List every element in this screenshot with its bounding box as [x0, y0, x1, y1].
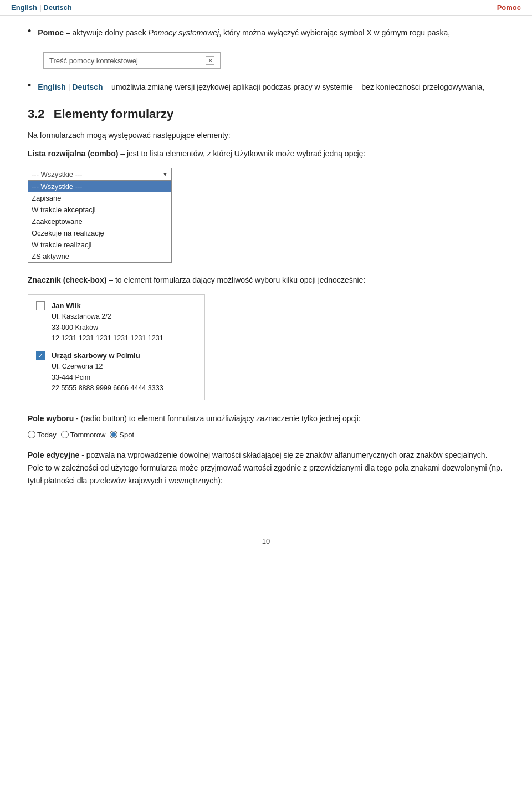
close-button[interactable]: ✕	[206, 56, 214, 65]
checkbox-phone-1: 22 5555 8888 9999 6666 4444 3333	[52, 383, 163, 394]
checkbox-term: Znacznik (check-box)	[28, 275, 106, 284]
pomoc-text2: , który można wyłączyć wybierając symbol…	[219, 28, 450, 37]
dropdown-item-6[interactable]: ZS aktywne	[28, 251, 171, 262]
edit-desc-text: - pozwala na wprowadzenie dowolnej warto…	[28, 451, 503, 485]
bullet-item-pomoc: • Pomoc – aktywuje dolny pasek Pomocy sy…	[28, 27, 504, 39]
checkbox-name-1: Urząd skarbowy w Pcimiu	[52, 350, 163, 361]
dropdown-item-3[interactable]: Zaakceptowane	[28, 216, 171, 227]
combo-term: Lista rozwijalna (combo)	[28, 149, 118, 158]
lang-desc: – umożliwia zmianę wersji językowej apli…	[105, 83, 484, 91]
edit-desc: Pole edycyjne - pozwala na wprowadzenie …	[28, 449, 504, 487]
lang-separator: |	[39, 3, 41, 12]
checkbox-addr2-0: 33-000 Kraków	[52, 323, 163, 333]
radio-item-0[interactable]: Today	[28, 431, 57, 439]
main-content: • Pomoc – aktywuje dolny pasek Pomocy sy…	[0, 16, 532, 515]
section-title: Elementy formularzy	[54, 107, 173, 121]
edit-term: Pole edycyjne	[28, 451, 79, 459]
checkbox-section: Jan Wilk Ul. Kasztanowa 2/2 33-000 Krakó…	[28, 294, 504, 401]
radio-label-2: Spot	[119, 431, 134, 439]
dropdown-arrow-icon: ▼	[162, 171, 168, 177]
intro-text: Na formularzach mogą występować następuj…	[28, 129, 504, 142]
checkbox-name-0: Jan Wilk	[52, 300, 163, 311]
dropdown-demo: --- Wszystkie --- ▼ --- Wszystkie --- Za…	[28, 168, 172, 263]
checkbox-row-1: ✓ Urząd skarbowy w Pcimiu Ul. Czerwona 1…	[36, 350, 197, 394]
radio-item-2[interactable]: Spot	[110, 431, 134, 439]
radio-circle-1	[61, 431, 69, 438]
dropdown-item-5[interactable]: W trakcie realizacji	[28, 239, 171, 251]
section-number: 3.2	[28, 107, 45, 121]
section-heading: 3.2 Elementy formularzy	[28, 107, 504, 121]
lang-english-link[interactable]: English	[11, 3, 37, 12]
radio-item-1[interactable]: Tommorow	[61, 431, 106, 439]
checkbox-desc-text: – to element formularza dający możliwość…	[106, 275, 365, 284]
radio-desc-text: - (radio button) to element formularza u…	[74, 414, 360, 423]
checkbox-addr2-1: 33-444 Pcim	[52, 372, 163, 383]
checkbox-info-1: Urząd skarbowy w Pcimiu Ul. Czerwona 12 …	[52, 350, 163, 394]
checkbox-card: Jan Wilk Ul. Kasztanowa 2/2 33-000 Krakó…	[28, 294, 205, 400]
dropdown-header[interactable]: --- Wszystkie --- ▼	[28, 168, 172, 181]
bullet-item-lang: • English | Deutsch – umożliwia zmianę w…	[28, 81, 504, 93]
lang-deutsch-link[interactable]: Deutsch	[43, 3, 71, 12]
help-link[interactable]: Pomoc	[497, 3, 521, 12]
radio-section: Today Tommorow Spot	[28, 431, 504, 439]
pomoc-term: Pomoc	[38, 28, 64, 37]
checkbox-phone-0: 12 1231 1231 1231 1231 1231 1231	[52, 333, 163, 344]
radio-desc: Pole wyboru - (radio button) to element …	[28, 412, 504, 425]
radio-label-1: Tommorow	[70, 431, 106, 439]
page-number: 10	[262, 537, 270, 545]
language-switcher: English | Deutsch	[11, 3, 72, 12]
radio-circle-2	[110, 431, 117, 438]
lang-en-inline: English	[38, 83, 66, 91]
lang-de-inline: Deutsch	[72, 83, 103, 91]
checkbox-info-0: Jan Wilk Ul. Kasztanowa 2/2 33-000 Krakó…	[52, 300, 163, 344]
bullet-text-lang: English | Deutsch – umożliwia zmianę wer…	[38, 81, 504, 93]
radio-term: Pole wyboru	[28, 414, 74, 423]
top-bar: English | Deutsch Pomoc	[0, 0, 532, 16]
pomoc-text1: – aktywuje dolny pasek	[64, 28, 149, 37]
pomoc-italic: Pomocy systemowej	[149, 28, 219, 37]
dropdown-list: --- Wszystkie --- Zapisane W trakcie akc…	[28, 181, 172, 263]
combo-desc-text: – jest to lista elementów, z której Użyt…	[118, 149, 365, 158]
dropdown-item-0[interactable]: --- Wszystkie ---	[28, 181, 171, 192]
context-help-label: Treść pomocy kontekstowej	[49, 57, 138, 65]
bullet-dot-lang: •	[28, 80, 31, 91]
checkbox-0[interactable]	[36, 301, 45, 310]
context-help-box: Treść pomocy kontekstowej ✕	[43, 52, 221, 69]
radio-circle-0	[28, 431, 35, 438]
bullet-text-pomoc: Pomoc – aktywuje dolny pasek Pomocy syst…	[38, 27, 504, 39]
dropdown-item-1[interactable]: Zapisane	[28, 192, 171, 204]
radio-label-0: Today	[37, 431, 57, 439]
dropdown-item-4[interactable]: Oczekuje na realizację	[28, 227, 171, 239]
checkbox-addr1-1: Ul. Czerwona 12	[52, 361, 163, 372]
bullet-dot: •	[28, 25, 31, 37]
dropdown-item-2[interactable]: W trakcie akceptacji	[28, 204, 171, 216]
checkbox-row-0: Jan Wilk Ul. Kasztanowa 2/2 33-000 Krakó…	[36, 300, 197, 344]
dropdown-selected: --- Wszystkie ---	[32, 170, 83, 178]
page-footer: 10	[0, 537, 532, 556]
checkbox-addr1-0: Ul. Kasztanowa 2/2	[52, 311, 163, 322]
combo-desc: Lista rozwijalna (combo) – jest to lista…	[28, 147, 504, 160]
checkbox-1[interactable]: ✓	[36, 351, 45, 360]
checkbox-desc: Znacznik (check-box) – to element formul…	[28, 274, 504, 287]
